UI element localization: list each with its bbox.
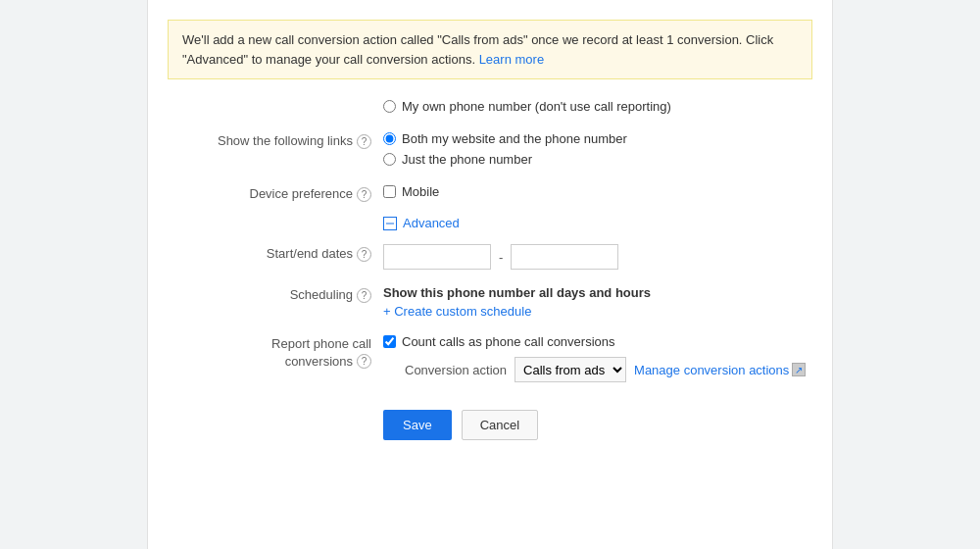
start-end-dates-help-icon[interactable]: ? xyxy=(357,247,371,262)
page-wrapper: We'll add a new call conversion action c… xyxy=(0,0,980,549)
start-end-dates-controls: - xyxy=(383,244,812,270)
count-calls-label: Count calls as phone call conversions xyxy=(402,334,615,349)
phone-option-own[interactable]: My own phone number (don't use call repo… xyxy=(383,99,812,114)
conversion-action-label: Conversion action xyxy=(405,363,507,377)
scheduling-text: Show this phone number all days and hour… xyxy=(383,285,812,300)
advanced-label: Advanced xyxy=(403,216,460,230)
scheduling-row: Scheduling ? Show this phone number all … xyxy=(168,281,812,323)
count-calls-option[interactable]: Count calls as phone call conversions xyxy=(383,334,812,349)
phone-option-phone-only[interactable]: Just the phone number xyxy=(383,152,812,167)
advanced-toggle[interactable]: Advanced xyxy=(383,216,812,230)
manage-conversion-actions-label: Manage conversion actions xyxy=(634,363,789,377)
learn-more-link[interactable]: Learn more xyxy=(479,52,544,67)
start-end-dates-row: Start/end dates ? - xyxy=(168,240,812,274)
report-phone-call-row: Report phone call conversions ? Count ca… xyxy=(168,330,812,386)
content-area: We'll add a new call conversion action c… xyxy=(147,0,833,549)
device-mobile-option[interactable]: Mobile xyxy=(383,184,812,199)
phone-option-own-label: My own phone number (don't use call repo… xyxy=(402,99,671,114)
scheduling-label: Scheduling ? xyxy=(168,285,383,303)
manage-conversion-actions-link[interactable]: Manage conversion actions ↗ xyxy=(634,363,806,377)
phone-option-both[interactable]: Both my website and the phone number xyxy=(383,131,812,146)
device-preference-controls: Mobile xyxy=(383,184,812,199)
device-preference-row: Device preference ? Mobile xyxy=(168,180,812,206)
device-mobile-label: Mobile xyxy=(402,184,439,199)
notice-box: We'll add a new call conversion action c… xyxy=(168,20,812,79)
phone-option-own-radio[interactable] xyxy=(383,100,396,113)
phone-option-phone-only-radio[interactable] xyxy=(383,153,396,166)
end-date-input[interactable] xyxy=(511,244,618,270)
show-links-help-icon[interactable]: ? xyxy=(357,134,371,149)
device-preference-help-icon[interactable]: ? xyxy=(357,187,371,202)
external-link-icon: ↗ xyxy=(792,363,806,376)
phone-option-phone-only-label: Just the phone number xyxy=(402,152,532,167)
notice-text: We'll add a new call conversion action c… xyxy=(182,32,773,67)
create-schedule-link[interactable]: + Create custom schedule xyxy=(383,304,812,319)
device-preference-label: Device preference ? xyxy=(168,184,383,202)
save-button[interactable]: Save xyxy=(383,410,452,440)
phone-option-both-label: Both my website and the phone number xyxy=(402,131,627,146)
count-calls-checkbox[interactable] xyxy=(383,335,396,348)
report-phone-call-label: Report phone call conversions ? xyxy=(168,334,383,369)
minus-icon xyxy=(383,217,397,230)
show-links-row: Show the following links ? Both my websi… xyxy=(168,127,812,173)
conversion-action-row: Conversion action Calls from ads Manage … xyxy=(405,357,812,382)
date-separator: - xyxy=(499,250,503,265)
start-date-input[interactable] xyxy=(383,244,491,270)
date-inputs: - xyxy=(383,244,812,270)
advanced-section: Start/end dates ? - Scheduling ? xyxy=(168,240,812,386)
report-phone-call-help-icon[interactable]: ? xyxy=(357,354,371,369)
scheduling-help-icon[interactable]: ? xyxy=(357,288,371,303)
cancel-button[interactable]: Cancel xyxy=(462,410,538,440)
phone-option-own-row: My own phone number (don't use call repo… xyxy=(168,95,812,120)
show-links-controls: Both my website and the phone number Jus… xyxy=(383,131,812,169)
scheduling-controls: Show this phone number all days and hour… xyxy=(383,285,812,319)
phone-option-both-radio[interactable] xyxy=(383,132,396,145)
report-phone-call-controls: Count calls as phone call conversions Co… xyxy=(383,334,812,382)
button-row: Save Cancel xyxy=(383,410,812,440)
device-mobile-checkbox[interactable] xyxy=(383,185,396,198)
conversion-action-select[interactable]: Calls from ads xyxy=(514,357,626,382)
start-end-dates-label: Start/end dates ? xyxy=(168,244,383,262)
phone-option-own-controls: My own phone number (don't use call repo… xyxy=(383,99,812,116)
show-links-label: Show the following links ? xyxy=(168,131,383,149)
